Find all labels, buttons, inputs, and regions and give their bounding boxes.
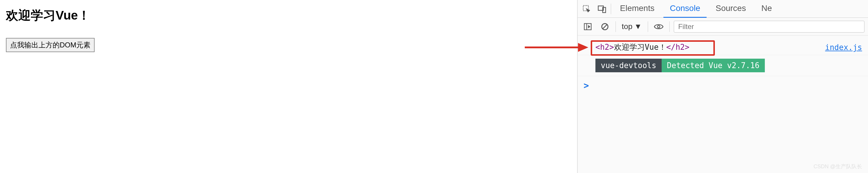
devtools-panel: Elements Console Sources Ne top ▼ xyxy=(578,0,868,173)
divider xyxy=(616,21,616,32)
close-tag: </h2> xyxy=(666,43,689,52)
divider xyxy=(611,4,611,14)
svg-line-9 xyxy=(603,25,607,29)
filter-input[interactable] xyxy=(674,21,864,32)
tab-sources[interactable]: Sources xyxy=(709,0,752,18)
page-heading: 欢迎学习Vue！ xyxy=(6,7,571,24)
context-selector[interactable]: top ▼ xyxy=(620,22,644,31)
vue-detected-badge: Detected Vue v2.7.16 xyxy=(662,59,765,72)
device-toggle-icon[interactable] xyxy=(595,2,609,16)
tab-elements[interactable]: Elements xyxy=(614,0,661,18)
svg-marker-7 xyxy=(588,25,590,28)
source-link[interactable]: index.js xyxy=(825,43,862,52)
chevron-down-icon: ▼ xyxy=(634,22,642,31)
tab-console[interactable]: Console xyxy=(663,0,707,18)
devtools-tabs: Elements Console Sources Ne xyxy=(578,0,868,18)
sidebar-toggle-icon[interactable] xyxy=(581,20,594,33)
svg-point-10 xyxy=(657,25,660,28)
page-content: 欢迎学习Vue！ 点我输出上方的DOM元素 xyxy=(0,0,578,173)
output-dom-button[interactable]: 点我输出上方的DOM元素 xyxy=(6,38,95,52)
console-log-row: vue-devtools Detected Vue v2.7.16 xyxy=(578,55,868,76)
clear-console-icon[interactable] xyxy=(598,20,611,33)
eye-icon[interactable] xyxy=(652,20,665,33)
console-prompt[interactable]: > xyxy=(578,76,868,95)
console-toolbar: top ▼ xyxy=(578,18,868,35)
watermark: CSDN @生产队队长 xyxy=(814,163,862,170)
console-body: <h2>欢迎学习Vue！</h2> index.js vue-devtools … xyxy=(578,35,868,173)
logged-element: <h2>欢迎学习Vue！</h2> xyxy=(595,42,689,52)
vue-devtools-badge: vue-devtools xyxy=(595,59,662,72)
tab-partial[interactable]: Ne xyxy=(755,0,778,18)
divider xyxy=(669,21,670,32)
context-label: top xyxy=(622,22,632,31)
inspect-icon[interactable] xyxy=(580,2,593,16)
divider xyxy=(648,21,648,32)
open-tag: <h2> xyxy=(595,43,614,52)
console-log-row[interactable]: <h2>欢迎学习Vue！</h2> index.js xyxy=(578,40,868,55)
element-text: 欢迎学习Vue！ xyxy=(614,43,666,52)
